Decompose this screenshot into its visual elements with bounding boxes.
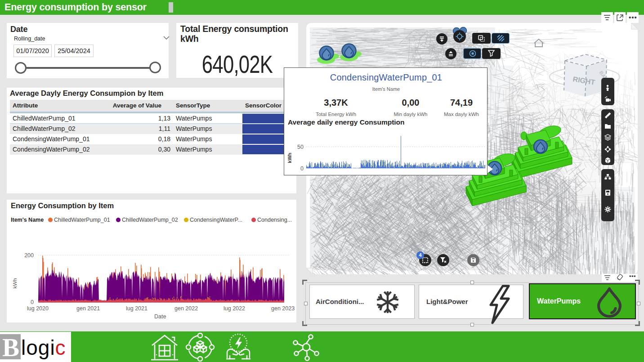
svg-text:kWh: kWh [287,152,292,163]
svg-text:0: 0 [31,299,34,305]
svg-text:200: 200 [24,252,34,259]
svg-text:0: 0 [300,165,304,172]
svg-text:50: 50 [297,144,304,150]
svg-text:kWh: kWh [12,278,18,289]
